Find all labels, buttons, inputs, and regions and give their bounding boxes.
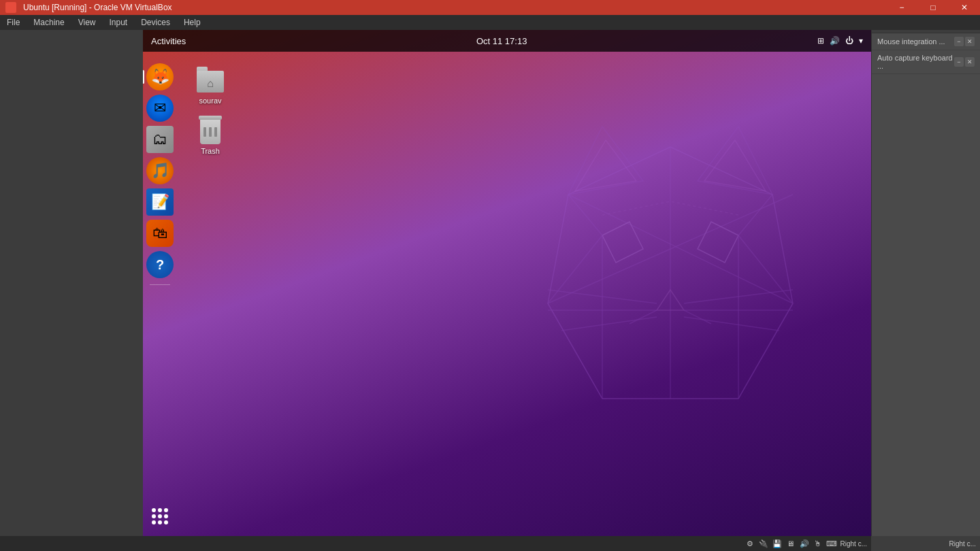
bottom-tray: ⚙ 🔌 💾 🖥 🔊 🖱 ⌨ Right c...: [0, 536, 871, 551]
gnome-status-icons: ⊞ 🔊 ⏻ ▾: [817, 36, 863, 46]
tray-icon-3[interactable]: 💾: [772, 539, 782, 548]
svg-line-23: [738, 195, 772, 235]
dock-help[interactable]: ?: [146, 250, 174, 279]
writer-icon: 📝: [146, 188, 174, 216]
panel-mouse-close[interactable]: ✕: [965, 37, 975, 46]
tray-icon-1[interactable]: ⚙: [745, 539, 755, 548]
help-icon: ?: [146, 251, 174, 278]
firefox-icon: 🦊: [146, 63, 174, 90]
desktop-icon-trash[interactable]: Trash: [186, 113, 235, 158]
svg-line-29: [738, 303, 793, 399]
dock-separator: [150, 284, 170, 285]
menu-devices[interactable]: Devices: [134, 15, 177, 30]
virtualbox-icon: [5, 2, 16, 13]
volume-icon[interactable]: 🔊: [830, 36, 840, 46]
dock-thunderbird[interactable]: ✉: [146, 94, 174, 122]
apps-grid-icon: [152, 508, 168, 524]
trash-body: [200, 120, 220, 144]
rhythmbox-icon: 🎵: [146, 157, 174, 184]
trash-lines: [203, 127, 217, 137]
panel-item-mouse: Mouse integration ... − ✕: [872, 33, 980, 50]
appstore-icon: 🛍: [146, 220, 174, 247]
title-bar-controls: − □ ✕: [886, 0, 980, 15]
menu-machine[interactable]: Machine: [27, 15, 71, 30]
trash-lid: [199, 116, 222, 120]
tray-icon-4[interactable]: 🖥: [786, 539, 796, 548]
panel-item-mouse-controls: − ✕: [954, 37, 975, 46]
trash-graphic: [197, 116, 224, 144]
cat-wallpaper: [466, 113, 871, 453]
dock-firefox[interactable]: 🦊: [146, 63, 174, 91]
title-bar: Ubuntu [Running] - Oracle VM VirtualBox …: [0, 0, 980, 15]
trash-line-3: [214, 127, 217, 137]
maximize-button[interactable]: □: [917, 0, 949, 15]
trash-label: Trash: [201, 147, 220, 155]
gnome-topbar: Activities Oct 11 17:13 ⊞ 🔊 ⏻ ▾: [143, 30, 871, 52]
clock[interactable]: Oct 11 17:13: [476, 36, 527, 46]
vbox-statusbar: Right c...: [871, 536, 980, 551]
system-menu-icon[interactable]: ▾: [859, 36, 863, 46]
home-symbol: ⌂: [207, 78, 214, 90]
tray-icon-7[interactable]: ⌨: [827, 539, 836, 548]
right-click-text: Right c...: [840, 540, 867, 548]
right-panel: ☰ ⊞ ♦ ★ Mouse integration ... − ✕ Auto c…: [871, 15, 980, 551]
network-icon[interactable]: ⊞: [817, 36, 824, 46]
svg-line-21: [670, 201, 738, 215]
menu-view[interactable]: View: [71, 15, 103, 30]
folder-body: ⌂: [197, 71, 224, 93]
minimize-button[interactable]: −: [886, 0, 917, 15]
desktop-icons: ⌂ sourav: [180, 57, 240, 163]
tray-icon-6[interactable]: 🖱: [813, 539, 823, 548]
show-apps-button[interactable]: [146, 502, 174, 531]
svg-line-19: [684, 317, 779, 331]
desktop-icon-home[interactable]: ⌂ sourav: [186, 63, 235, 107]
home-folder-graphic: ⌂: [197, 67, 224, 93]
panel-item-keyboard: Auto capture keyboard ... − ✕: [872, 50, 980, 74]
menu-input[interactable]: Input: [103, 15, 135, 30]
status-text: Right c...: [949, 540, 976, 548]
svg-line-22: [568, 195, 602, 235]
menu-help[interactable]: Help: [177, 15, 208, 30]
close-button[interactable]: ✕: [949, 0, 980, 15]
dock-appstore[interactable]: 🛍: [146, 219, 174, 248]
trash-icon-container: [196, 116, 225, 144]
thunderbird-icon: ✉: [146, 95, 174, 122]
tray-icon-5[interactable]: 🔊: [800, 539, 809, 548]
menu-bar: File Machine View Input Devices Help: [0, 15, 980, 30]
window-title: Ubuntu [Running] - Oracle VM VirtualBox: [23, 3, 172, 12]
panel-keyboard-close[interactable]: ✕: [965, 57, 975, 67]
dock-writer[interactable]: 📝: [146, 188, 174, 216]
home-folder-icon: ⌂: [196, 65, 225, 94]
dock-rhythmbox[interactable]: 🎵: [146, 156, 174, 185]
power-icon[interactable]: ⏻: [845, 36, 853, 46]
svg-line-20: [602, 201, 670, 215]
trash-line-2: [209, 127, 212, 137]
panel-keyboard-minimize[interactable]: −: [954, 57, 964, 67]
panel-item-mouse-label: Mouse integration ...: [877, 37, 945, 46]
ubuntu-dock: 🦊 ✉ 🗂 🎵 📝 🛍 ?: [143, 57, 177, 536]
title-bar-left: Ubuntu [Running] - Oracle VM VirtualBox: [0, 2, 172, 13]
trash-line-1: [203, 127, 206, 137]
panel-item-keyboard-controls: − ✕: [954, 57, 975, 67]
activities-button[interactable]: Activities: [151, 36, 186, 46]
menu-file[interactable]: File: [0, 15, 27, 30]
ubuntu-desktop[interactable]: Activities Oct 11 17:13 ⊞ 🔊 ⏻ ▾ 🦊 ✉ 🗂 🎵: [143, 30, 871, 536]
tray-icon-2[interactable]: 🔌: [759, 539, 768, 548]
vm-window[interactable]: Activities Oct 11 17:13 ⊞ 🔊 ⏻ ▾ 🦊 ✉ 🗂 🎵: [143, 30, 871, 536]
svg-line-16: [561, 317, 657, 331]
home-label: sourav: [199, 97, 221, 105]
svg-line-13: [684, 310, 711, 324]
panel-item-keyboard-label: Auto capture keyboard ...: [877, 54, 954, 70]
panel-mouse-minimize[interactable]: −: [954, 37, 964, 46]
svg-line-28: [548, 303, 602, 399]
svg-line-12: [630, 310, 657, 324]
dock-files[interactable]: 🗂: [146, 125, 174, 154]
files-icon: 🗂: [146, 126, 174, 153]
